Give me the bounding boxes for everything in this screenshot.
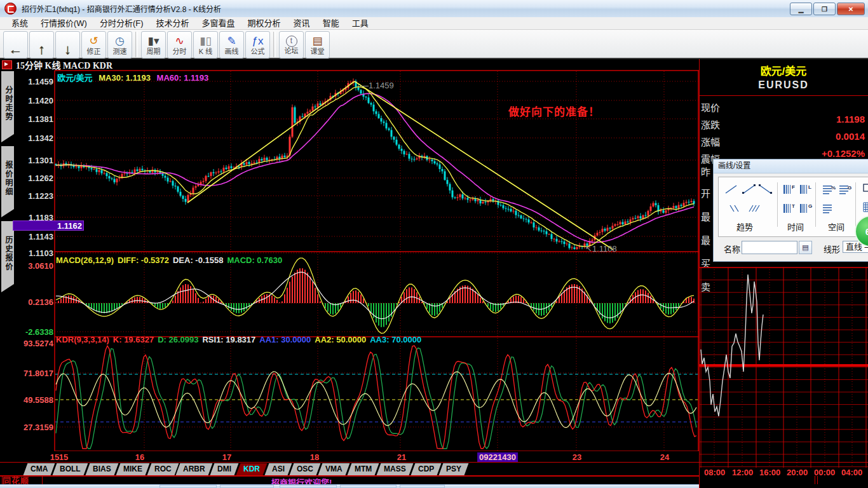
gann-space-icon[interactable]: G [838,184,853,195]
indicator-tab-asi[interactable]: ASI [265,463,292,475]
mini-intraday-chart[interactable] [699,267,868,468]
period-button[interactable]: ▮▾周期 [141,31,166,58]
trend-segment-icon[interactable] [742,184,757,195]
menu-item-8[interactable]: 工具 [346,17,375,30]
x-axis-tick: 15 [59,452,68,462]
indicator-tab-dmi[interactable]: DMI [210,463,239,475]
annotation-warning-text: 做好向下的准备！ [508,103,600,119]
menu-item-2[interactable]: 分时分析(F) [93,17,150,30]
indicator-tab-kdr[interactable]: KDR [236,463,268,475]
restore-button[interactable]: ❐ [813,3,836,15]
menu-item-6[interactable]: 资讯 [287,17,316,30]
quote-row: 涨跌0.0014 [701,118,865,132]
indicator-tab-mike[interactable]: MIKE [116,463,149,475]
svg-text:L: L [808,184,811,190]
indicator-tab-roc[interactable]: ROC [147,463,179,475]
back-button[interactable]: ← [3,31,28,58]
taskbar-button[interactable] [220,485,274,488]
indicator-tab-cdp[interactable]: CDP [410,463,441,475]
mini-time-label: 20:00 [787,468,808,477]
x-axis-tick: 21 [397,452,406,462]
minimize-button[interactable]: ▁ [790,3,812,15]
gann-time-icon[interactable]: G [799,203,814,214]
indicator-tab-boll[interactable]: BOLL [53,463,88,475]
menu-item-1[interactable]: 行情报价(W) [34,17,93,30]
grid-tool-icon[interactable] [862,201,868,213]
left-sidebar: 分时走势报价明细历史报价 [0,70,15,488]
indicator-tab-mass[interactable]: MASS [377,463,414,475]
toolbar-separator [135,32,138,57]
menu-bar: 系统行情报价(W)分时分析(F)技术分析多窗看盘期权分析资讯智能工具 [0,17,868,30]
quote-row-label: 涨幅 [701,137,720,147]
indicator-tab-vma[interactable]: VMA [318,463,350,475]
close-button[interactable]: ✕ [837,3,865,15]
statusbar-separator [815,476,815,484]
parallel-lines-icon[interactable] [728,203,743,214]
mini-time-label: 12:00 [732,468,753,477]
indicator-tab-cma[interactable]: CMA [24,463,55,475]
menu-item-4[interactable]: 多窗看盘 [196,17,241,30]
horizontal-lines-icon[interactable] [822,203,837,214]
trend-line-icon[interactable] [724,184,739,195]
menu-item-7[interactable]: 智能 [316,17,346,30]
peak-price-label: —1.1459 [360,81,394,90]
svg-text:G: G [808,203,812,209]
menu-item-0[interactable]: 系统 [5,17,34,30]
kline-button[interactable]: ▮▯K 线 [193,31,218,58]
trend-down-segment-icon[interactable] [758,184,773,195]
menu-item-3[interactable]: 技术分析 [150,17,196,30]
indicator-tab-osc[interactable]: OSC [290,463,321,475]
kdr-legend-item: D: 26.0993 [158,335,198,344]
speed-icon: ◷ [115,35,125,48]
fan-lines-icon[interactable] [747,203,762,214]
indicator-tab-bias[interactable]: BIAS [86,463,119,475]
quote-symbol-name: 欧元/美元 [699,62,868,78]
kdr-axis-label: 71.8017 [14,369,53,378]
timeshare-icon: ∿ [175,35,184,48]
kdr-legend-item: KDR(9,3,3,14) [56,335,109,344]
fibonacci-time-icon[interactable]: F [782,184,797,195]
indicator-tab-psy[interactable]: PSY [439,463,469,475]
note-button[interactable]: ▤ [799,241,812,254]
application-window: 招行外汇1(fxhq1) - 招商银行外汇通行情分析V2.8 - K线分析 ▁ … [0,0,868,488]
toolbar-button-label: K 线 [199,48,212,55]
lucas-time-icon[interactable]: L [799,184,814,195]
formula-button[interactable]: ƒx公式 [245,31,270,58]
kdr-axis-label: 93.5274 [14,339,53,348]
price-axis-label: 1.1143 [14,232,53,241]
taskbar-button[interactable] [159,485,217,488]
up-button[interactable]: ↑ [29,31,54,58]
quote-separator-line [699,95,868,96]
classroom-button[interactable]: ▤课堂 [305,31,330,58]
quote-row-partial-label: 开 [701,186,710,200]
timeshare-button[interactable]: ∿分时 [167,31,192,58]
x-axis-underline [0,462,868,463]
indicator-tab-mtm[interactable]: MTM [347,463,379,475]
dialog-group-label-0: 趋势 [736,220,753,233]
drawline-settings-dialog[interactable]: 画线/设置 趋势时间空间FLTG%G 名称 ▤ 线形 直线 —— 63 [713,159,868,262]
drawline-button[interactable]: ✎画线 [219,31,244,58]
x-axis-tick: 16 [135,452,144,462]
indicator-tab-arbr[interactable]: ARBR [176,463,213,475]
taskbar-button[interactable] [340,485,397,488]
chart-window-icon[interactable] [2,60,12,69]
taskbar-button[interactable] [400,485,445,488]
revise-button[interactable]: ↺修正 [81,31,106,58]
window-controls: ▁ ❐ ✕ [789,3,865,15]
forum-button[interactable]: t论坛 [279,31,304,58]
sidebar-tab-1[interactable]: 报价明细 [1,146,14,217]
sidebar-tab-2[interactable]: 历史报价 [1,221,14,292]
sidebar-tab-0[interactable]: 分时走势 [1,71,14,142]
time-cycle-icon[interactable]: T [782,203,797,214]
dialog-title[interactable]: 画线/设置 [714,159,868,173]
price-axis-label: 1.1301 [14,156,53,165]
taskbar-button[interactable] [280,485,337,488]
percent-retrace-icon[interactable]: % [822,184,837,195]
name-input[interactable] [742,241,797,254]
down-button[interactable]: ↓ [55,31,80,58]
toolbar-button-label: 修正 [87,48,101,55]
rectangle-tool-icon[interactable] [862,182,868,194]
menu-item-5[interactable]: 期权分析 [241,17,287,30]
title-bar[interactable]: 招行外汇1(fxhq1) - 招商银行外汇通行情分析V2.8 - K线分析 [0,0,868,18]
speed-button[interactable]: ◷测速 [107,31,132,58]
